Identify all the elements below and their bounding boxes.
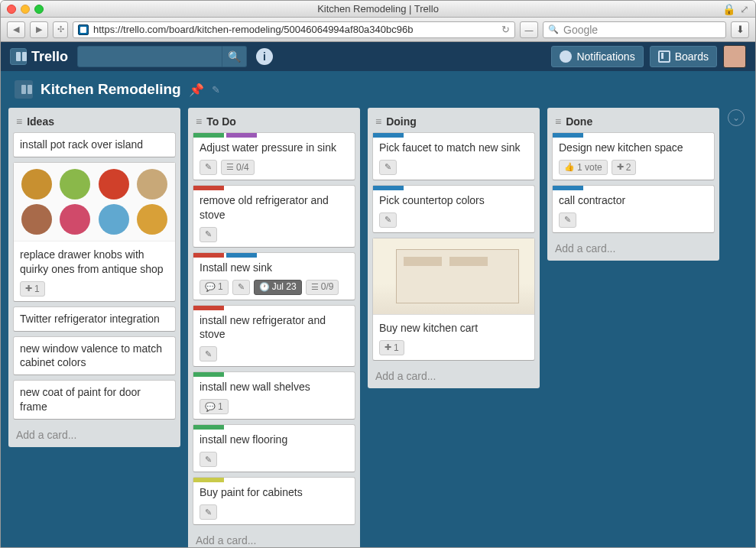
label-green [193,133,224,138]
card[interactable]: Buy paint for cabinets✎ [193,477,355,525]
edit-board-icon[interactable]: ✎ [212,84,220,96]
logo[interactable]: Trello [10,48,68,65]
card[interactable]: install new refrigerator and stove✎ [193,305,355,368]
avatar[interactable] [723,45,746,68]
card-badges: ✎☰0/4 [200,160,349,175]
browser-toolbar: ◀ ▶ ✣ https://trello.com/board/kitchen-r… [1,18,755,42]
label-red [193,253,224,258]
badge-pencil: ✎ [379,212,397,228]
badge-text: 0/9 [321,280,334,293]
star-icon[interactable]: 📌 [189,83,204,97]
add-card-link[interactable]: Add a card... [13,424,176,441]
badge-check: ☰0/9 [306,280,339,295]
board-header: Kitchen Remodeling 📌 ✎ [1,71,755,108]
card[interactable]: Adjust water pressure in sink✎☰0/4 [193,132,355,180]
favicon-icon [78,24,89,35]
card-text: install pot rack over island [20,138,169,152]
card-badges: ✎ [200,504,349,520]
pencil-icon: ✎ [564,214,571,225]
list-header[interactable]: ≡To Do [193,112,355,132]
card[interactable]: Install new sink💬1✎🕐Jul 23☰0/9 [193,252,355,300]
badge-pencil: ✎ [200,160,217,175]
label-purple [226,133,257,138]
card-badges: ✚1 [379,340,528,355]
reload-icon[interactable]: ↻ [501,24,510,35]
card-text: remove old refrigerator and stove [200,193,349,222]
card-labels [553,186,714,190]
add-card-link[interactable]: Add a card... [372,365,535,382]
card[interactable]: Pick countertop colors✎ [372,185,535,233]
list-title: To Do [206,115,236,128]
badge-text: Jul 23 [272,280,297,293]
browser-search[interactable]: 🔍 Google [543,21,726,38]
list: ≡DoneDesign new kitchen space👍1 vote✚2ca… [547,108,719,261]
list: ≡To DoAdjust water pressure in sink✎☰0/4… [188,108,360,547]
comment-icon: 💬 [205,401,216,413]
card[interactable]: new coat of paint for door frame [13,380,176,420]
knob-image [99,204,129,235]
card-text: new coat of paint for door frame [20,385,169,414]
badge-pencil: ✎ [379,160,397,175]
clock-icon: 🕐 [259,281,270,293]
app-search-input[interactable] [77,46,222,67]
card-labels [193,253,355,258]
back-button[interactable]: ◀ [7,21,25,38]
add-card-link[interactable]: Add a card... [552,238,715,255]
card[interactable]: Design new kitchen space👍1 vote✚2 [552,132,715,180]
boards-button[interactable]: Boards [650,46,717,67]
card[interactable]: remove old refrigerator and stove✎ [193,185,355,248]
app-header: Trello 🔍 i Notifications Boards [1,42,755,71]
card[interactable]: Buy new kitchen cart✚1 [372,238,535,361]
card-labels [373,133,534,138]
plus-icon: ✚ [617,161,624,173]
label-blue [226,253,257,258]
pencil-icon: ✎ [205,349,212,360]
card-text: replace drawer knobs with quirky ones fr… [20,248,169,277]
card-badges: 👍1 vote✚2 [559,160,708,175]
badge-check: ☰0/4 [221,160,255,175]
downloads-button[interactable]: ⬇ [731,21,749,38]
logo-text: Trello [31,49,68,65]
bookmark-button[interactable]: ✣ [53,21,68,38]
grip-icon: ≡ [375,116,381,127]
board-title: Kitchen Remodeling [41,81,181,98]
list-header[interactable]: ≡Ideas [13,112,176,132]
url-bar[interactable]: https://trello.com/board/kitchen-remodel… [73,21,515,38]
forward-button[interactable]: ▶ [30,21,48,38]
badge-comment: 💬1 [200,280,229,295]
card[interactable]: install new flooring✎ [193,424,355,472]
card[interactable]: call contractor✎ [552,185,715,233]
badge-plus: ✚1 [379,340,404,355]
list-header[interactable]: ≡Done [552,112,715,132]
pencil-icon: ✎ [205,161,212,173]
info-button[interactable]: i [256,48,273,65]
app-search-button[interactable]: 🔍 [222,46,247,67]
knob-image [137,204,167,235]
card-badges: ✎ [559,212,708,228]
label-green [193,372,224,377]
card[interactable]: new window valence to match cabinet colo… [13,336,176,376]
card[interactable]: Pick faucet to match new sink✎ [372,132,535,180]
pencil-icon: ✎ [238,281,245,293]
card-labels [193,425,355,430]
pencil-icon: ✎ [205,454,212,465]
list-header[interactable]: ≡Doing [372,112,535,132]
card-text: call contractor [559,193,708,208]
badge-text: 1 vote [577,161,602,173]
card-labels [373,186,534,190]
card-text: Buy paint for cabinets [200,485,349,500]
badge-plus: ✚1 [20,281,45,297]
reader-button[interactable]: — [520,21,538,38]
card[interactable]: replace drawer knobs with quirky ones fr… [13,162,176,302]
notifications-button[interactable]: Notifications [551,46,643,67]
card[interactable]: install pot rack over island [13,132,176,157]
card[interactable]: Twitter refrigerator integration [13,306,176,332]
add-card-link[interactable]: Add a card... [193,530,355,546]
thumb-icon: 👍 [564,161,575,173]
card[interactable]: install new wall shelves💬1 [193,371,355,420]
board-menu-button[interactable]: ⌄ [728,109,745,126]
label-green [193,425,224,430]
card-badges: ✎ [200,346,349,362]
card-labels [193,133,355,138]
card-badges: ✎ [200,452,349,467]
